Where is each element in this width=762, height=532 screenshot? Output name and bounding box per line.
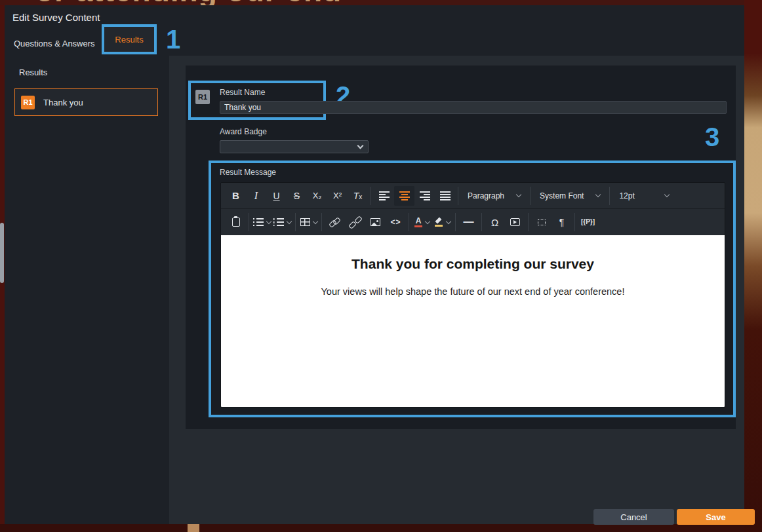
table-button[interactable] <box>298 212 319 232</box>
chevron-down-icon <box>425 218 430 223</box>
clear-formatting-icon <box>353 191 363 200</box>
horizontal-rule-button[interactable] <box>458 212 479 232</box>
align-right-button[interactable] <box>414 186 435 206</box>
font-family-value: System Font <box>540 191 584 200</box>
unordered-list-icon <box>253 218 264 226</box>
editor-content[interactable]: Thank you for completing our survey Your… <box>221 235 725 407</box>
unlink-button[interactable] <box>345 212 365 232</box>
edit-survey-content-modal: Edit Survey Content Questions & Answers … <box>5 5 744 524</box>
chevron-down-icon <box>595 192 601 197</box>
message-body: Your views will help shape the future of… <box>221 286 725 297</box>
background-page-left-edge <box>0 5 5 524</box>
result-item-label: Thank you <box>43 98 83 107</box>
background-page-bottom <box>0 524 744 532</box>
unordered-list-button[interactable] <box>252 212 272 232</box>
link-button[interactable] <box>325 212 345 232</box>
paragraph-marks-icon <box>559 218 565 227</box>
placeholder-icon <box>581 219 595 225</box>
italic-icon <box>254 191 258 201</box>
media-button[interactable] <box>505 212 525 232</box>
text-color-icon <box>414 218 422 227</box>
annotation-number-1: 1 <box>166 26 180 52</box>
font-size-value: 12pt <box>619 191 634 200</box>
nonbreaking-space-icon <box>538 219 546 225</box>
result-name-input[interactable] <box>220 101 727 114</box>
align-center-icon <box>399 191 410 200</box>
result-message-label: Result Message <box>220 168 276 177</box>
cancel-button[interactable]: Cancel <box>593 509 674 525</box>
horizontal-rule-icon <box>464 217 474 227</box>
font-family-dropdown[interactable]: System Font <box>533 187 607 205</box>
align-right-icon <box>420 191 430 200</box>
tab-questions-answers[interactable]: Questions & Answers <box>14 34 95 54</box>
bold-icon <box>232 191 239 200</box>
result-badge: R1 <box>21 96 35 109</box>
strikethrough-icon <box>294 191 300 200</box>
align-center-button[interactable] <box>394 186 414 206</box>
annotation-box-1: Results <box>102 24 157 54</box>
subscript-icon <box>313 191 322 200</box>
special-character-button[interactable] <box>485 212 505 232</box>
paste-icon <box>232 218 240 227</box>
clear-formatting-button[interactable] <box>348 186 368 206</box>
highlight-color-icon <box>434 218 443 227</box>
source-code-button[interactable] <box>386 212 406 232</box>
modal-title: Edit Survey Content <box>12 12 100 23</box>
results-list-heading: Results <box>19 67 47 77</box>
unlink-icon <box>350 218 361 227</box>
paragraph-format-value: Paragraph <box>468 191 504 200</box>
image-icon <box>371 218 380 226</box>
background-page-right-edge <box>744 0 762 532</box>
align-left-button[interactable] <box>374 186 394 206</box>
bold-button[interactable] <box>226 186 246 206</box>
result-message-editor: ParagraphSystem Font12pt Thank you for c… <box>220 182 725 408</box>
result-row-badge: R1 <box>195 90 210 104</box>
highlight-color-button[interactable] <box>432 212 452 232</box>
result-list-item[interactable]: R1 Thank you <box>14 88 158 116</box>
chevron-down-icon <box>266 218 271 223</box>
nonbreaking-space-button[interactable] <box>531 212 551 232</box>
result-name-label: Result Name <box>220 88 265 97</box>
superscript-icon <box>333 191 342 200</box>
chevron-down-icon <box>287 218 292 223</box>
chevron-down-icon <box>357 143 364 149</box>
italic-button[interactable] <box>246 186 266 206</box>
message-heading: Thank you for completing our survey <box>221 256 725 272</box>
chevron-down-icon <box>664 192 670 197</box>
paste-button[interactable] <box>226 212 246 232</box>
special-character-icon <box>491 218 498 227</box>
text-color-button[interactable] <box>412 212 432 232</box>
save-button[interactable]: Save <box>677 509 755 525</box>
ordered-list-icon <box>273 218 284 226</box>
align-left-icon <box>379 191 390 200</box>
source-code-icon <box>390 218 401 226</box>
chevron-down-icon <box>446 218 451 223</box>
background-page-text: or attending our end <box>35 0 342 5</box>
background-page-top: or attending our end <box>0 0 744 5</box>
background-page-fragment <box>188 524 199 532</box>
chevron-down-icon <box>312 218 317 223</box>
underline-icon <box>273 191 279 200</box>
media-icon <box>510 218 520 226</box>
toolbar-row-1: ParagraphSystem Font12pt <box>221 183 725 209</box>
strikethrough-button[interactable] <box>287 186 307 206</box>
subscript-button[interactable] <box>307 186 327 206</box>
tab-results[interactable]: Results <box>115 35 143 45</box>
superscript-button[interactable] <box>327 186 348 206</box>
placeholder-button[interactable] <box>578 212 598 232</box>
justify-icon <box>440 191 451 200</box>
paragraph-format-dropdown[interactable]: Paragraph <box>461 187 527 205</box>
font-size-dropdown[interactable]: 12pt <box>612 187 675 205</box>
underline-button[interactable] <box>266 186 287 206</box>
justify-button[interactable] <box>435 186 455 206</box>
table-icon <box>300 218 310 226</box>
image-button[interactable] <box>365 212 386 232</box>
chevron-down-icon <box>516 192 521 197</box>
paragraph-marks-button[interactable] <box>551 212 572 232</box>
toolbar-row-2 <box>221 209 725 235</box>
ordered-list-button[interactable] <box>272 212 292 232</box>
award-badge-select[interactable] <box>220 140 369 153</box>
award-badge-label: Award Badge <box>220 127 267 136</box>
link-icon <box>329 218 340 227</box>
background-scrollbar <box>0 223 4 283</box>
